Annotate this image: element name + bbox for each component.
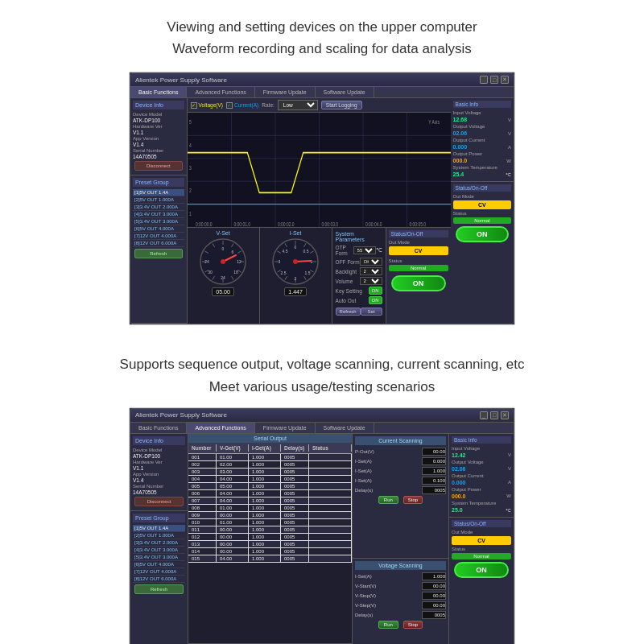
table-row[interactable]: 01300.001.0000005 [188, 541, 352, 548]
backlight-select[interactable]: 2 [360, 267, 382, 275]
minimize-btn[interactable]: _ [480, 76, 488, 84]
vs-delay-input[interactable] [422, 611, 446, 619]
table-row[interactable]: 00202.001.0000005 [188, 461, 352, 469]
cs-delay-input[interactable] [422, 486, 446, 494]
tab-advanced-2[interactable]: Advanced Functions [187, 423, 254, 433]
p2-item-6[interactable]: [6]5V OUT 4.000A [133, 561, 185, 568]
vset-dial[interactable]: 0 6 12 18 24 30 24 [199, 237, 247, 286]
table-row[interactable]: 00801.001.0000005 [188, 505, 352, 512]
disconnect-btn-1[interactable]: Disconnect [134, 161, 183, 171]
cs-stop-btn[interactable]: Stop [403, 496, 423, 504]
on-toggle-bottom[interactable]: ON [391, 275, 446, 291]
tab-basic-2[interactable]: Basic Functions [130, 423, 187, 433]
minimize-btn-2[interactable]: _ [480, 411, 488, 419]
table-row[interactable]: 00505.001.0000005 [188, 483, 352, 490]
iset-dial[interactable]: 0 0.5 1 1.5 2 2.5 3 4.5 [271, 237, 320, 286]
table-row[interactable]: 00404.001.0000005 [188, 476, 352, 483]
iset-panel: I-Set [260, 228, 332, 324]
output-p-unit: W [506, 159, 511, 163]
serial-output-area: Serial Output Number V-Get(V) I-Get(A) D… [188, 434, 353, 644]
close-btn[interactable]: ✕ [501, 76, 509, 84]
vs-run-btn[interactable]: Run [378, 621, 398, 629]
p2-item-1[interactable]: [1]5V OUT 1.4A [133, 525, 185, 532]
p2-item-5[interactable]: [5]3.4V OUT 3.000A [133, 554, 185, 561]
rate-label: Rate: [262, 102, 275, 108]
otp-form-select[interactable]: 55 [353, 246, 376, 254]
voltage-checkbox[interactable]: ✓ [191, 102, 197, 109]
preset-item-5[interactable]: [5]3.4V OUT 3.000A [133, 218, 184, 225]
auto-out-toggle[interactable]: ON [369, 296, 382, 304]
on-toggle-2[interactable]: ON [454, 562, 509, 578]
p2-item-4[interactable]: [4]3.4V OUT 3.000A [133, 547, 185, 554]
p2-item-8[interactable]: [8]12V OUT 6.000A [133, 576, 185, 583]
cs-delay-label: Delay(s) [355, 488, 373, 493]
tab-advanced-functions-1[interactable]: Advanced Functions [187, 87, 254, 97]
tab-software-update-1[interactable]: Software Update [316, 87, 374, 97]
table-row[interactable]: 01200.001.0000005 [188, 534, 352, 541]
dm-value-2: ATK-DP100 [133, 453, 185, 459]
disconnect-btn-2[interactable]: Disconnect [134, 497, 184, 506]
sys-set-btn[interactable]: Set [361, 308, 382, 316]
tab-basic-functions-1[interactable]: Basic Functions [130, 87, 187, 97]
left-panel-2: Device Info Device Model ATK-DP100 Hardw… [130, 434, 188, 644]
maximize-btn-2[interactable]: □ [490, 411, 498, 419]
v-start-input[interactable] [422, 582, 446, 590]
sys-refresh-btn[interactable]: Refresh [336, 308, 361, 316]
main-content-1: Device Info Device Model ATK-DP100 Hardw… [130, 98, 514, 324]
device-info-title-2: Device Info [133, 436, 185, 445]
window-controls-2: _ □ ✕ [480, 411, 509, 419]
out-mode-row-bottom: Out Mode [389, 240, 448, 245]
volume-select[interactable]: 2 [360, 277, 382, 285]
start-logging-btn[interactable]: Start Logging [321, 101, 362, 109]
th-vget: V-Get(V) [217, 444, 249, 452]
p2-item-2[interactable]: [2]5V OUT 1.000A [133, 532, 185, 539]
refresh-btn-1[interactable]: Refresh [134, 249, 183, 258]
v-step-input[interactable] [422, 601, 446, 609]
preset-item-1[interactable]: [1]5V OUT 1.4A [133, 189, 184, 196]
waveform-chart[interactable]: 5 4 3 2 1 0:00:00.0 0:00:01.0 0:00:02.0 … [188, 113, 451, 227]
refresh-btn-2[interactable]: Refresh [134, 584, 184, 594]
preset-item-8[interactable]: [8]12V OUT 6.000A [133, 240, 184, 247]
normal-badge-2: Normal [452, 553, 511, 559]
close-btn-2[interactable]: ✕ [501, 411, 509, 419]
tab-software-2[interactable]: Software Update [316, 423, 374, 433]
svg-text:3: 3 [189, 164, 192, 171]
cs-i-set1-input[interactable] [422, 457, 446, 465]
rate-select[interactable]: Low Medium High [278, 100, 318, 110]
tab-firmware-update-1[interactable]: Firmware Update [255, 87, 316, 97]
table-row[interactable]: 00101.001.0000005 [188, 454, 352, 461]
off-form-select[interactable]: OK [360, 258, 382, 266]
table-row[interactable]: 01001.001.0000005 [188, 519, 352, 526]
vs-stop-btn[interactable]: Stop [403, 621, 423, 629]
table-row[interactable]: 00900.001.0000005 [188, 512, 352, 519]
output-power-value-row: 000.0 W [453, 158, 511, 163]
table-row[interactable]: 00704.001.0000005 [188, 497, 352, 505]
svg-point-42 [221, 259, 225, 264]
menu-bar-2: Basic Functions Advanced Functions Firmw… [130, 423, 514, 434]
p-out-v-input[interactable] [422, 448, 446, 456]
v-stop-input[interactable] [422, 592, 446, 600]
table-row[interactable]: 01400.001.0000005 [188, 548, 352, 555]
cs-i-set2-input[interactable] [422, 467, 446, 475]
preset-item-4[interactable]: [4]3.4V OUT 3.000A [133, 211, 184, 218]
on-toggle[interactable]: ON [456, 226, 509, 242]
table-row[interactable]: 01100.001.0000005 [188, 526, 352, 534]
preset-item-3[interactable]: [3]3.4V OUT 2.000A [133, 204, 184, 211]
table-row[interactable]: 00604.001.0000005 [188, 490, 352, 497]
maximize-btn[interactable]: □ [490, 76, 498, 84]
current-checkbox[interactable]: ✓ [226, 102, 233, 109]
p2-item-3[interactable]: [3]3.4V OUT 2.000A [133, 539, 185, 547]
cs-i-set3-input[interactable] [422, 477, 446, 485]
preset-item-6[interactable]: [6]5V OUT 4.000A [133, 225, 184, 233]
svg-text:0:00:05.0: 0:00:05.0 [409, 221, 426, 227]
preset-item-2[interactable]: [2]5V OUT 1.000A [133, 196, 184, 204]
table-row[interactable]: 01504.001.0000005 [188, 555, 352, 563]
p2-item-7[interactable]: [7]12V OUT 4.000A [133, 568, 185, 576]
preset-item-7[interactable]: [7]12V OUT 4.000A [133, 233, 184, 240]
cs-run-btn[interactable]: Run [378, 496, 398, 504]
vs-i-set-input[interactable] [422, 572, 446, 580]
tab-firmware-2[interactable]: Firmware Update [255, 423, 316, 433]
sn-label-2: Serial Number [133, 484, 185, 489]
key-setting-toggle[interactable]: ON [369, 287, 382, 295]
table-row[interactable]: 00303.001.0000005 [188, 469, 352, 476]
